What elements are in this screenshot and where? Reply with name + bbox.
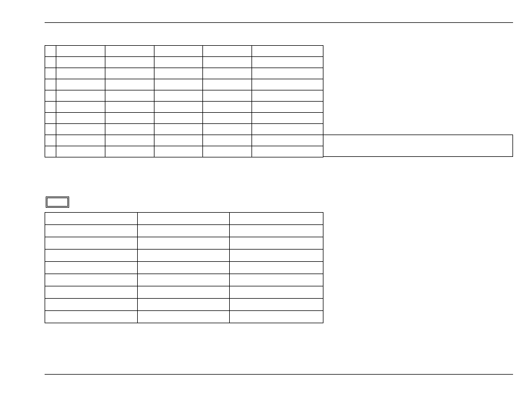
cell [45,46,56,57]
cell [230,225,323,237]
cell [154,102,203,113]
cell [203,68,252,79]
cell [56,135,105,146]
secondary-table [45,212,323,323]
table-row [45,262,323,274]
cross-reference-table [45,45,323,157]
cell [203,113,252,124]
bottom-rule [45,374,513,375]
cell [154,68,203,79]
cell [137,213,230,225]
cell [137,225,230,237]
cell [230,274,323,286]
table-row [45,225,323,237]
cell [154,57,203,68]
table-row [45,135,323,146]
cell [203,90,252,102]
cell [203,57,252,68]
cell [45,274,138,286]
cell [45,57,56,68]
table-row [45,124,323,135]
cell [45,68,56,79]
cell [45,90,56,102]
cell [203,146,252,157]
table-row [45,311,323,323]
cell [154,146,203,157]
cell [252,90,323,102]
cell [137,286,230,299]
table-row [45,68,323,79]
cell [45,135,56,146]
side-note-box [323,135,513,157]
cell [56,79,105,90]
cell [252,102,323,113]
table-row [45,146,323,157]
cell [56,68,105,79]
cell [154,79,203,90]
cell [105,79,154,90]
cell [105,68,154,79]
table-row [45,90,323,102]
cell [252,146,323,157]
cell [56,90,105,102]
table-row [45,237,323,250]
cell [56,57,105,68]
cell [45,286,138,299]
cell [56,113,105,124]
cell [203,46,252,57]
cell [45,262,138,274]
table1-container [45,45,513,157]
cell [252,124,323,135]
cell [105,146,154,157]
cell [230,237,323,250]
cell [45,299,138,311]
cell [105,124,154,135]
cell [137,262,230,274]
cell [56,146,105,157]
cell [230,299,323,311]
cell [45,237,138,250]
cell [154,113,203,124]
cell [45,213,138,225]
cell [56,46,105,57]
cell [45,124,56,135]
cell [45,250,138,262]
cell [203,135,252,146]
table-row [45,250,323,262]
cell [203,79,252,90]
cell [230,311,323,323]
cell [230,213,323,225]
cell [45,146,56,157]
cell [105,135,154,146]
table-row [45,79,323,90]
cell [137,250,230,262]
cell [137,311,230,323]
cell [45,113,56,124]
cell [105,113,154,124]
top-rule [45,22,513,23]
cell [252,113,323,124]
cell [105,102,154,113]
cell [252,135,323,146]
cell [230,262,323,274]
cell [252,68,323,79]
table-row [45,299,323,311]
cell [203,124,252,135]
cell [252,46,323,57]
cell [137,274,230,286]
cell [154,135,203,146]
cell [45,311,138,323]
cell [45,79,56,90]
cell [252,57,323,68]
cell [154,124,203,135]
table-row [45,46,323,57]
cell [45,225,138,237]
cell [154,46,203,57]
table-row [45,57,323,68]
cell [137,299,230,311]
cell [154,90,203,102]
cell [45,102,56,113]
cell [230,250,323,262]
cell [56,102,105,113]
cell [105,46,154,57]
